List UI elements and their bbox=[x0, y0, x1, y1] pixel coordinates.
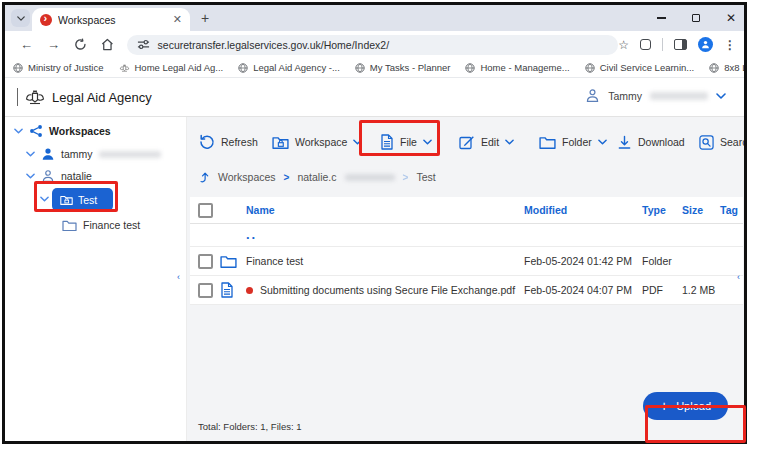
download-button[interactable]: Download bbox=[617, 127, 685, 157]
edit-icon bbox=[459, 134, 475, 150]
file-name-link[interactable]: Finance test bbox=[246, 255, 303, 267]
royal-crest-icon bbox=[24, 89, 46, 105]
table-row[interactable]: Submitting documents using Secure File E… bbox=[190, 276, 743, 305]
browser-toolbar: ← → securetransfer.legalservices.gov.uk/… bbox=[5, 31, 744, 58]
tree-expand-icon[interactable] bbox=[26, 173, 35, 179]
tree-item-natalie[interactable]: natalie bbox=[26, 167, 92, 185]
bookmark-item[interactable]: Civil Service Learnin... bbox=[585, 62, 695, 73]
back-icon[interactable]: ← bbox=[20, 38, 33, 51]
column-header-size[interactable]: Size bbox=[682, 204, 720, 216]
bookmark-item[interactable]: Home - Manageme... bbox=[465, 62, 569, 73]
redacted-text bbox=[99, 151, 161, 158]
app-brand: Legal Aid Agency bbox=[17, 88, 152, 106]
forward-icon[interactable]: → bbox=[47, 38, 60, 51]
user-filled-icon bbox=[41, 147, 55, 161]
file-name-link[interactable]: Submitting documents using Secure File E… bbox=[260, 284, 515, 296]
tab-title: Workspaces bbox=[58, 14, 167, 26]
row-checkbox[interactable] bbox=[198, 283, 213, 298]
modified-value: Feb-05-2024 04:07 PM bbox=[524, 284, 642, 296]
tree-item-tammy[interactable]: tammy bbox=[26, 145, 161, 163]
bookmark-item[interactable]: Ministry of Justice bbox=[13, 62, 104, 73]
parent-folder-row[interactable]: .. bbox=[190, 224, 743, 247]
modified-value: Feb-05-2024 01:42 PM bbox=[524, 255, 642, 267]
upload-button[interactable]: + Upload bbox=[643, 392, 728, 420]
home-icon[interactable] bbox=[101, 38, 114, 51]
browser-tab[interactable]: Workspaces ✕ bbox=[32, 8, 190, 31]
folder-icon bbox=[539, 135, 556, 150]
tree-expand-icon[interactable] bbox=[26, 151, 35, 157]
folder-icon bbox=[220, 254, 237, 269]
breadcrumb-current: Test bbox=[416, 171, 435, 183]
profile-avatar[interactable] bbox=[698, 37, 713, 52]
tree-expand-icon[interactable] bbox=[40, 196, 49, 202]
bookmark-star-icon[interactable]: ☆ bbox=[618, 38, 629, 52]
app-title: Legal Aid Agency bbox=[52, 90, 152, 105]
folder-button[interactable]: Folder bbox=[539, 127, 607, 157]
bookmarks-bar: Ministry of Justice Home Legal Aid Ag...… bbox=[5, 58, 744, 78]
folder-icon bbox=[62, 219, 77, 232]
redacted-text bbox=[345, 174, 395, 181]
tab-close-icon[interactable]: ✕ bbox=[173, 13, 182, 26]
column-header-modified[interactable]: Modified bbox=[524, 204, 642, 216]
row-checkbox[interactable] bbox=[198, 254, 213, 269]
breadcrumb-workspaces[interactable]: Workspaces bbox=[218, 171, 276, 183]
column-header-name[interactable]: Name bbox=[246, 204, 524, 216]
select-all-checkbox[interactable] bbox=[198, 203, 213, 218]
browser-tab-strip: Workspaces ✕ + ✕ bbox=[5, 5, 744, 31]
collapse-right-panel-handle[interactable]: ‹ bbox=[737, 272, 740, 282]
chevron-down-icon bbox=[423, 139, 432, 145]
breadcrumb-user[interactable]: natalie.c bbox=[297, 171, 336, 183]
tab-search-button[interactable] bbox=[11, 9, 30, 27]
workspaces-share-icon bbox=[29, 124, 43, 138]
search-button[interactable]: Search bbox=[699, 127, 747, 157]
redacted-text bbox=[650, 92, 708, 100]
breadcrumb-separator: > bbox=[403, 172, 409, 183]
file-browser-panel: Refresh Workspace File Edit Folder bbox=[187, 117, 744, 441]
tree-expand-test[interactable] bbox=[40, 190, 49, 208]
bookmark-item[interactable]: Home Legal Aid Ag... bbox=[119, 62, 224, 73]
download-icon bbox=[617, 135, 632, 150]
address-bar[interactable]: securetransfer.legalservices.gov.uk/Home… bbox=[127, 35, 619, 55]
extensions-icon[interactable] bbox=[640, 39, 651, 50]
up-level-icon[interactable] bbox=[197, 171, 210, 184]
file-button[interactable]: File bbox=[380, 127, 432, 157]
file-icon bbox=[220, 282, 234, 298]
window-restore-button[interactable] bbox=[692, 14, 700, 22]
edit-button[interactable]: Edit bbox=[459, 127, 514, 157]
table-header-row: Name Modified Type Size Tag bbox=[190, 197, 743, 224]
new-tab-button[interactable]: + bbox=[201, 10, 209, 26]
user-name: Tammy bbox=[608, 90, 642, 102]
tree-expand-icon[interactable] bbox=[14, 128, 23, 134]
side-panel-icon[interactable] bbox=[674, 39, 687, 50]
bookmark-item[interactable]: 8x8 Log In bbox=[709, 62, 747, 73]
workspace-folder-lock-icon bbox=[272, 135, 289, 150]
tree-item-workspaces[interactable]: Workspaces bbox=[14, 122, 111, 140]
chevron-down-icon bbox=[598, 139, 607, 145]
column-header-type[interactable]: Type bbox=[642, 204, 682, 216]
parent-folder-link[interactable]: .. bbox=[246, 232, 524, 238]
file-table: Name Modified Type Size Tag .. Finance t… bbox=[190, 197, 743, 305]
user-menu[interactable]: Tammy bbox=[585, 88, 726, 103]
bookmark-item[interactable]: My Tasks - Planner bbox=[355, 62, 451, 73]
search-icon bbox=[699, 135, 714, 150]
workspace-tree-panel: Workspaces tammy natalie Test Finance te… bbox=[5, 117, 187, 441]
site-settings-icon[interactable] bbox=[137, 38, 150, 51]
breadcrumb: Workspaces > natalie.c > Test bbox=[197, 169, 436, 185]
workspace-button[interactable]: Workspace bbox=[272, 127, 362, 157]
reload-icon[interactable] bbox=[74, 38, 87, 51]
window-close-button[interactable]: ✕ bbox=[726, 12, 736, 24]
bookmark-item[interactable]: Legal Aid Agency -... bbox=[238, 62, 340, 73]
window-minimize-button[interactable] bbox=[657, 17, 666, 19]
toolbar-divider bbox=[662, 38, 663, 51]
user-icon bbox=[585, 88, 600, 103]
tree-item-test-selected[interactable]: Test bbox=[52, 188, 113, 211]
table-row[interactable]: Finance test Feb-05-2024 01:42 PM Folder bbox=[190, 247, 743, 276]
totals-summary: Total: Folders: 1, Files: 1 bbox=[198, 421, 301, 432]
browser-menu-icon[interactable]: ⋮ bbox=[724, 38, 736, 52]
refresh-button[interactable]: Refresh bbox=[199, 127, 258, 157]
column-header-tag[interactable]: Tag bbox=[720, 204, 743, 216]
site-favicon bbox=[40, 14, 52, 26]
collapse-left-panel-handle[interactable]: ‹ bbox=[177, 272, 180, 282]
breadcrumb-separator: > bbox=[284, 172, 290, 183]
tree-item-finance-test[interactable]: Finance test bbox=[62, 216, 140, 234]
